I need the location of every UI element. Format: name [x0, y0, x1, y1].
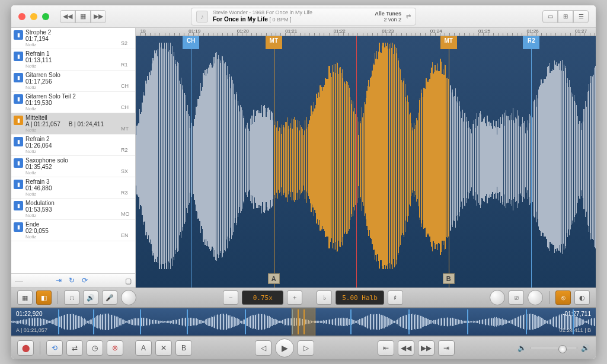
region-icon: ▮	[14, 116, 23, 125]
ab-marker[interactable]: B	[443, 273, 455, 284]
region-icon: ▮	[14, 201, 23, 210]
volume-icon: 🔉	[517, 344, 526, 352]
tool-vol[interactable]: 🔊	[83, 290, 98, 305]
region-item[interactable]: ▮ Gitarren Solo01:17,256Notiz CH	[11, 71, 135, 92]
view-mode-group: ▭ ⊞ ☰	[542, 10, 589, 23]
region-icon: ▮	[14, 73, 23, 82]
tool-dsp[interactable]: ⎋	[555, 290, 571, 305]
loop-clear[interactable]: ⊗	[107, 340, 123, 356]
main-area: ▮ Strophe 201:7,194Notiz S2▮ Refrain 101…	[11, 28, 596, 288]
view-1[interactable]: ▭	[542, 10, 558, 23]
tool-fx[interactable]: ◐	[574, 290, 590, 305]
sidebar: ▮ Strophe 201:7,194Notiz S2▮ Refrain 101…	[11, 28, 136, 288]
region-item[interactable]: ▮ Saxophone solo01:35,452Notiz SX	[11, 156, 135, 177]
tool-view[interactable]: ◧	[36, 290, 52, 305]
rewind[interactable]: ◀◀	[398, 340, 414, 356]
music-icon: ♪	[196, 11, 208, 23]
tool-1[interactable]: ▦	[17, 290, 33, 305]
loop-button[interactable]: ⟲	[46, 340, 63, 356]
ab-marker[interactable]: A	[268, 273, 280, 284]
app-window: ◀◀ ▦ ▶▶ ♪ Stevie Wonder - 1968 For Once …	[11, 5, 596, 359]
np-count: 2 von 2	[375, 17, 401, 23]
region-icon: ▮	[14, 137, 23, 146]
speed-minus[interactable]: −	[223, 290, 238, 305]
region-item[interactable]: ▮ Refrain 201:26,064Notiz R2	[11, 135, 135, 156]
region-icon: ▮	[14, 180, 23, 189]
sidebar-footer: — ⇥ ↻ ⟳ ▢	[11, 273, 135, 288]
clear-ab[interactable]: ✕	[155, 340, 172, 356]
region-icon: ▮	[14, 30, 23, 40]
loop-icon[interactable]: ↻	[69, 276, 79, 286]
np-title: For Once in My Life	[213, 16, 268, 23]
view-3[interactable]: ☰	[573, 10, 589, 23]
np-playlist: Alle Tunes	[375, 11, 401, 17]
region-list[interactable]: ▮ Strophe 201:7,194Notiz S2▮ Refrain 101…	[11, 28, 135, 273]
volume-icon-high: 🔊	[581, 344, 590, 352]
go-end[interactable]: ⇥	[438, 340, 455, 356]
waveform-area: 1801:1901:2001:2101:2201:2301:2401:2501:…	[136, 28, 596, 288]
sync-icon[interactable]: ⟳	[82, 276, 92, 286]
transport-bar: ⬤ ⟲ ⇄ ◷ ⊗ A ✕ B ◁ ▶ ▷ ⇤ ◀◀ ▶▶ ⇥ 🔉 🔊	[11, 336, 596, 359]
window-controls	[11, 13, 49, 20]
region-item[interactable]: ▮ Modulation01:53,593Notiz MO	[11, 199, 135, 220]
region-item[interactable]: ▮ Strophe 201:7,194Notiz S2	[11, 28, 135, 49]
overview-waveform[interactable]: 01:22,920 A | 01:21,057 -01:27,711 01:24…	[11, 308, 596, 336]
titlebar: ◀◀ ▦ ▶▶ ♪ Stevie Wonder - 1968 For Once …	[11, 5, 596, 28]
mid-toolbar: ▦ ◧ ⎍ 🔊 🎤 − 0.75x + ♭ 5.00 Halb ♯ ⎚ ⎋ ◐	[11, 288, 596, 308]
next-button[interactable]: ▶▶	[91, 10, 106, 23]
time-ruler[interactable]: 1801:1901:2001:2101:2201:2301:2401:2501:…	[136, 28, 596, 36]
region-icon: ▮	[14, 94, 23, 104]
set-a[interactable]: A	[135, 340, 152, 356]
set-b[interactable]: B	[175, 340, 192, 356]
region-icon: ▮	[14, 158, 23, 168]
speed-display[interactable]: 0.75x	[242, 290, 283, 305]
region-icon: ▮	[14, 222, 23, 232]
zoom-window[interactable]	[42, 13, 49, 20]
now-playing: ♪ Stevie Wonder - 1968 For Once in My Li…	[191, 8, 416, 25]
loop-edit[interactable]: ⇄	[66, 340, 83, 356]
prev-button[interactable]: ◀◀	[60, 10, 75, 23]
tool-mono[interactable]: ⎚	[509, 290, 524, 305]
shuffle-icon[interactable]: ⇄	[406, 13, 411, 20]
pitch-flat[interactable]: ♭	[317, 290, 332, 305]
close-window[interactable]	[18, 13, 25, 20]
expand-icon[interactable]: —	[15, 276, 23, 286]
step-back[interactable]: ◁	[255, 340, 271, 356]
waveform-main[interactable]: CHMTMTR2AB	[136, 36, 596, 288]
display-icon[interactable]: ▢	[125, 277, 132, 285]
knob-2[interactable]	[490, 290, 505, 305]
knob-3[interactable]	[528, 290, 543, 305]
go-start[interactable]: ⇤	[378, 340, 394, 356]
view-2[interactable]: ⊞	[558, 10, 573, 23]
np-artist: Stevie Wonder - 1968 For Once in My Life	[213, 9, 375, 16]
volume-slider[interactable]	[530, 347, 577, 349]
region-icon: ▮	[14, 52, 23, 61]
tool-eq[interactable]: ⎍	[64, 290, 79, 305]
tool-mic[interactable]: 🎤	[102, 290, 117, 305]
list-button[interactable]: ▦	[75, 10, 91, 23]
step-fwd[interactable]: ▷	[298, 340, 314, 356]
region-item[interactable]: ▮ Refrain 101:13,111Notiz R1	[11, 49, 135, 71]
rec-button[interactable]: ⬤	[17, 340, 34, 356]
play-button[interactable]: ▶	[275, 339, 294, 357]
pitch-display[interactable]: 5.00 Halb	[336, 290, 384, 305]
region-item[interactable]: ▮ Gitarren Solo Teil 201:19,530Notiz CH	[11, 92, 135, 113]
loop-clock[interactable]: ◷	[87, 340, 103, 356]
minimize-window[interactable]	[30, 13, 37, 20]
region-item[interactable]: ▮ Ende02:0,055Notiz EN	[11, 220, 135, 241]
region-item[interactable]: ▮ MittelteilA | 01:21,057 B | 01:24,411N…	[11, 113, 135, 135]
loop-in-icon[interactable]: ⇥	[56, 276, 66, 286]
speed-plus[interactable]: +	[287, 290, 302, 305]
region-item[interactable]: ▮ Refrain 301:46,880Notiz R3	[11, 177, 135, 199]
playhead[interactable]	[356, 36, 357, 288]
knob-1[interactable]	[121, 290, 136, 305]
pitch-sharp[interactable]: ♯	[388, 290, 403, 305]
nav-group: ◀◀ ▦ ▶▶	[60, 10, 106, 23]
ffwd[interactable]: ▶▶	[418, 340, 435, 356]
